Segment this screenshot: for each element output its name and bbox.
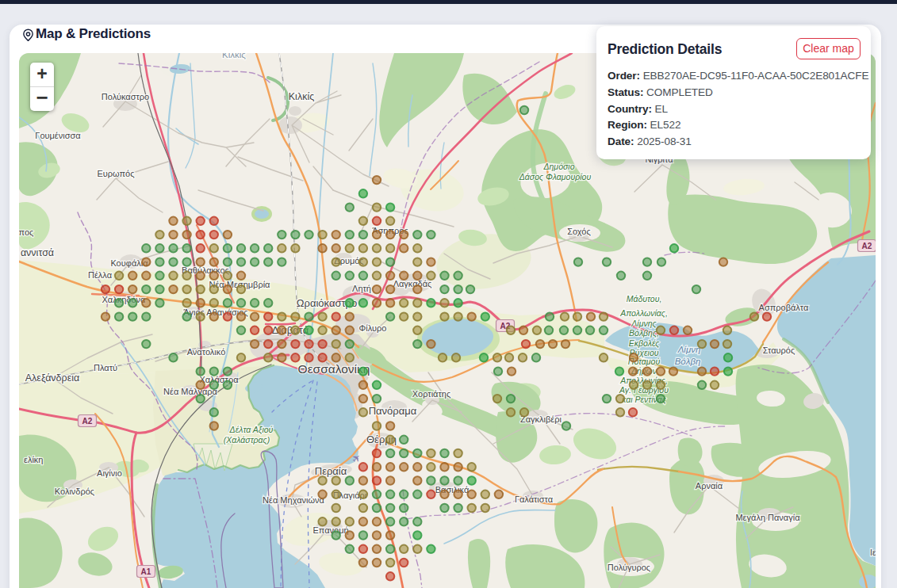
svg-text:(Χαλάστρας): (Χαλάστρας): [224, 435, 270, 445]
svg-text:Πέλλα: Πέλλα: [88, 270, 113, 280]
svg-text:Επανομή: Επανομή: [312, 525, 348, 535]
svg-text:Χαλάστρα: Χαλάστρα: [199, 375, 239, 384]
svg-text:Αρναία: Αρναία: [696, 481, 723, 491]
svg-text:Λητή: Λητή: [352, 284, 371, 293]
svg-text:Ανατολικό: Ανατολικό: [187, 347, 226, 357]
svg-text:Ασπροβάλτα: Ασπροβάλτα: [759, 303, 809, 312]
svg-text:Γαλάτιστα: Γαλάτιστα: [515, 494, 554, 504]
svg-text:Αλεξάνδρεια: Αλεξάνδρεια: [25, 372, 80, 384]
svg-text:Δάσος Φλαμουρίου: Δάσος Φλαμουρίου: [519, 172, 592, 182]
svg-text:Φίλυρο: Φίλυρο: [359, 323, 387, 333]
svg-text:ελίκη: ελίκη: [24, 455, 43, 464]
svg-text:Μεγάλη Παναγία: Μεγάλη Παναγία: [735, 513, 800, 522]
svg-text:Λίμνη: Λίμνη: [677, 345, 701, 354]
svg-text:Νέα Μάλγαρα: Νέα Μάλγαρα: [163, 387, 217, 396]
svg-text:Πλατύ: Πλατύ: [94, 363, 117, 372]
svg-text:Περαία: Περαία: [315, 465, 347, 477]
svg-text:A2: A2: [82, 417, 93, 426]
svg-text:Πολύγυρος: Πολύγυρος: [608, 563, 650, 572]
svg-text:Σοχός: Σοχός: [567, 227, 591, 236]
svg-text:A1: A1: [141, 567, 151, 576]
svg-text:αννιτσά: αννιτσά: [21, 247, 54, 258]
svg-text:Λαγκαδάς: Λαγκαδάς: [393, 279, 432, 288]
svg-text:πος: πος: [19, 227, 33, 237]
svg-text:Πανόραμα: Πανόραμα: [369, 405, 417, 417]
svg-text:Ευρωπός: Ευρωπός: [97, 169, 134, 178]
svg-text:Νέα Μηχανιώνα: Νέα Μηχανιώνα: [263, 495, 324, 505]
svg-text:Μάδυτου,: Μάδυτου,: [627, 294, 662, 304]
svg-text:Βόλβη: Βόλβη: [675, 357, 701, 366]
svg-text:A2: A2: [862, 242, 872, 250]
svg-text:Κιλκίς: Κιλκίς: [222, 53, 246, 59]
svg-text:Βόλβης,: Βόλβης,: [629, 328, 659, 338]
svg-text:Χαλκηδόνα: Χαλκηδόνα: [102, 295, 147, 304]
svg-text:Πολύκαστρο: Πολύκαστρο: [102, 92, 149, 101]
svg-text:Δημόσιο: Δημόσιο: [543, 162, 575, 171]
svg-text:Ιερ: Ιερ: [870, 548, 876, 557]
svg-text:Αιγίνιο: Αιγίνιο: [97, 468, 122, 478]
svg-text:Γουμένισσα: Γουμένισσα: [35, 131, 81, 140]
svg-text:Κιλκίς: Κιλκίς: [289, 91, 314, 102]
svg-text:Κολινδρός: Κολινδρός: [55, 487, 94, 496]
svg-text:Σταυρός: Σταυρός: [763, 346, 795, 355]
svg-text:Απολλωνίας,: Απολλωνίας,: [619, 308, 668, 319]
svg-text:Χορτιάτης: Χορτιάτης: [412, 389, 450, 399]
svg-text:Δέλτα Αξιού: Δέλτα Αξιού: [229, 425, 274, 435]
